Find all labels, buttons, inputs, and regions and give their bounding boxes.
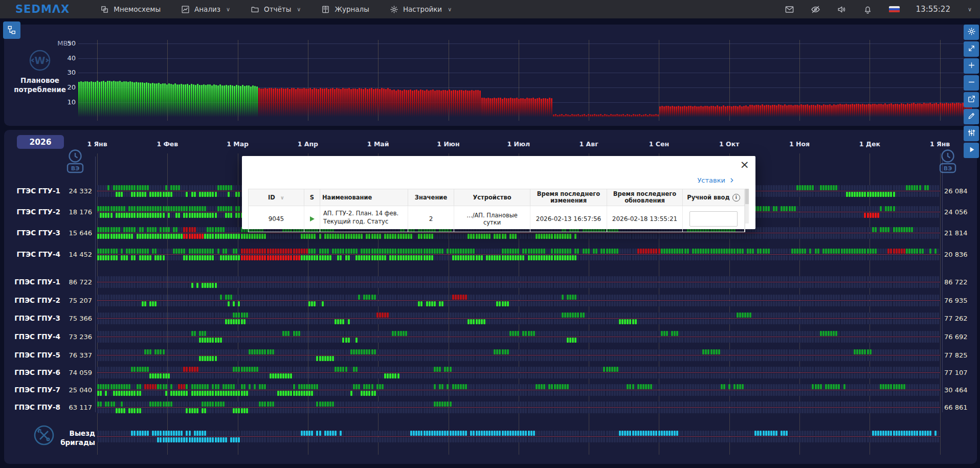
gantt-cell [775, 192, 777, 197]
gantt-cell [429, 331, 431, 336]
gantt-cell [314, 301, 316, 306]
close-icon[interactable]: × [740, 159, 749, 170]
gantt-cell [723, 331, 725, 336]
gantt-cell [679, 402, 681, 407]
gantt-cell [655, 349, 657, 354]
clock-ve-icon[interactable]: ВЭ [63, 148, 87, 177]
language-flag-ru[interactable] [889, 6, 900, 13]
gantt-cell [692, 255, 694, 260]
gantt-cell [499, 431, 501, 436]
gantt-cell [116, 313, 118, 318]
gantt-cell [230, 192, 232, 197]
gantt-cell [444, 437, 446, 442]
planned-consumption-chart[interactable] [78, 25, 973, 126]
gantt-cell [595, 313, 597, 318]
gantt-cell [695, 295, 697, 300]
gantt-cell [603, 437, 605, 442]
gantt-cell [113, 206, 115, 211]
gantt-row-crew[interactable] [97, 431, 940, 443]
gantt-cell [270, 349, 272, 354]
manual-input-field[interactable] [689, 211, 738, 227]
gantt-cell [666, 402, 668, 407]
gantt-cell [559, 255, 561, 260]
gantt-cell [757, 276, 759, 281]
gantt-row-gpes-gpu-5[interactable] [97, 349, 940, 362]
info-icon[interactable]: i [732, 194, 740, 202]
gantt-cell [105, 437, 107, 442]
setpoints-link[interactable]: Уставки [697, 176, 735, 184]
gantt-cell [765, 192, 767, 197]
toolbar-expand-button[interactable] [964, 41, 979, 57]
year-selector[interactable]: 2026 [17, 135, 64, 149]
nav-mnemoschemes[interactable]: Мнемосхемы [100, 5, 161, 14]
gantt-cell [261, 384, 263, 389]
gantt-cell [131, 319, 133, 324]
gantt-row-gpes-gpu-6[interactable] [97, 367, 940, 379]
table-scrollbar[interactable] [745, 189, 749, 224]
gantt-cell [882, 367, 884, 372]
nav-settings[interactable]: Настройки∨ [390, 5, 452, 14]
gantt-cell [450, 408, 452, 413]
gantt-cell [238, 192, 240, 197]
gantt-cell [204, 431, 206, 436]
gantt-cell [679, 301, 681, 306]
gantt-row-gpes-gpu-1[interactable] [97, 276, 940, 288]
user-menu-chevron-icon[interactable]: ∨ [968, 6, 972, 13]
bell-icon[interactable] [863, 5, 873, 14]
clock-ve-icon[interactable]: ВЭ [936, 148, 960, 177]
consumption-bar [858, 104, 859, 117]
gantt-cell [556, 373, 559, 378]
gantt-row-gpes-gpu-4[interactable] [97, 331, 940, 343]
gantt-cell [569, 349, 571, 354]
tree-panel-button[interactable] [3, 21, 20, 39]
gantt-cell [833, 431, 835, 436]
toolbar-export-button[interactable] [964, 92, 979, 107]
gantt-cell [809, 431, 811, 436]
gantt-cell [168, 234, 170, 239]
gantt-row-gpes-gpu-3[interactable] [97, 313, 940, 325]
gantt-row-gpes-gpu-7[interactable] [97, 384, 940, 396]
gantt-cell [379, 384, 381, 389]
gantt-cell [189, 295, 191, 300]
gantt-cell [358, 313, 360, 318]
gantt-cell [640, 249, 642, 254]
gantt-cell [765, 391, 767, 396]
eye-off-icon[interactable] [811, 5, 820, 14]
nav-analysis[interactable]: Анализ∨ [181, 5, 230, 14]
gantt-cell [737, 437, 739, 442]
gantt-cell [786, 356, 788, 361]
gantt-row-gpes-gpu-2[interactable] [97, 295, 940, 307]
toolbar-play-button[interactable] [964, 143, 979, 158]
gantt-cell [606, 356, 608, 361]
gantt-cell [168, 213, 170, 218]
gantt-cell [541, 384, 543, 389]
gantt-cell [861, 437, 863, 442]
gantt-row-gtes-gtu-4[interactable] [97, 249, 940, 261]
col-header-id[interactable]: ID∨ [249, 189, 304, 206]
nav-reports[interactable]: Отчёты∨ [251, 5, 301, 14]
gantt-cell [478, 283, 480, 288]
gantt-cell [121, 255, 123, 260]
gantt-cell [264, 338, 266, 343]
mail-icon[interactable] [785, 5, 794, 14]
consumption-bar [811, 105, 812, 117]
gantt-cell [267, 255, 269, 260]
gantt-cell [661, 391, 663, 396]
toolbar-zoom-in-button[interactable] [964, 58, 979, 74]
toolbar-edit-button[interactable] [964, 109, 979, 124]
gantt-cell [316, 301, 318, 306]
gantt-cell [374, 249, 376, 254]
toolbar-filters-button[interactable] [964, 126, 979, 141]
gantt-cell [872, 331, 874, 336]
gantt-cell [567, 276, 569, 281]
consumption-bar [692, 106, 694, 117]
toolbar-zoom-out-button[interactable] [964, 75, 979, 91]
toolbar-settings-button[interactable] [964, 25, 979, 40]
gantt-row-gpes-gpu-8[interactable] [97, 402, 940, 414]
gantt-cell [293, 384, 295, 389]
gantt-cell [230, 437, 232, 442]
sound-icon[interactable] [837, 5, 847, 14]
gantt-cell [311, 319, 313, 324]
nav-journals[interactable]: Журналы [321, 5, 369, 14]
gantt-cell [614, 373, 616, 378]
